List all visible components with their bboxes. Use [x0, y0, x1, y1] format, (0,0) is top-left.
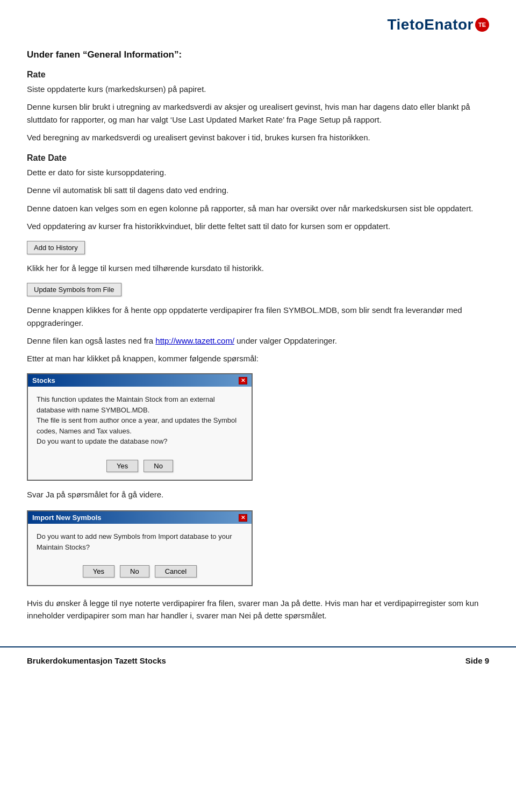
- logo-box: TietoEnatorTE: [387, 16, 489, 33]
- stocks-dialog: Stocks ✕ This function updates the Maint…: [27, 373, 253, 481]
- rate-date-line2: Denne vil automatisk bli satt til dagens…: [27, 184, 489, 196]
- update-symbols-line1: Denne knappen klikkes for å hente opp op…: [27, 304, 489, 329]
- page-heading: Under fanen “General Information”:: [27, 49, 489, 60]
- update-symbols-button[interactable]: Update Symbols from File: [27, 283, 121, 296]
- import-dialog-body-text: Do you want to add new Symbols from Impo…: [37, 532, 232, 551]
- logo-text: TietoEnator: [387, 16, 474, 33]
- update-symbols-line2: Denne filen kan også lastes ned fra http…: [27, 334, 489, 347]
- stocks-dialog-body: This function updates the Maintain Stock…: [28, 387, 252, 454]
- import-dialog-yes[interactable]: Yes: [83, 565, 114, 578]
- update-symbols-section: Update Symbols from File Denne knappen k…: [27, 283, 489, 365]
- import-dialog-buttons: Yes No Cancel: [28, 560, 252, 585]
- rate-title: Rate: [27, 70, 489, 80]
- import-dialog-body: Do you want to add new Symbols from Impo…: [28, 524, 252, 560]
- rate-date-section: Rate Date Dette er dato for siste kursop…: [27, 153, 489, 232]
- import-dialog-title: Import New Symbols: [32, 514, 102, 522]
- rate-date-line3: Denne datoen kan velges som en egen kolo…: [27, 202, 489, 215]
- rate-date-title: Rate Date: [27, 153, 489, 163]
- add-to-history-section: Add to History Klikk her for å legge til…: [27, 241, 489, 274]
- import-dialog-close[interactable]: ✕: [239, 514, 247, 522]
- stocks-dialog-title: Stocks: [32, 376, 55, 384]
- rate-detail2: Ved beregning av markedsverdi og urealis…: [27, 131, 489, 144]
- page-wrapper: TietoEnatorTE Under fanen “General Infor…: [0, 0, 516, 674]
- final-text-section: Hvis du ønsker å legge til nye noterte v…: [27, 597, 489, 622]
- rate-description: Siste oppdaterte kurs (markedskursen) på…: [27, 83, 489, 95]
- stocks-dialog-body-text: This function updates the Maintain Stock…: [37, 395, 236, 445]
- update-symbols-link[interactable]: http://www.tazett.com/: [155, 336, 234, 345]
- import-dialog-cancel[interactable]: Cancel: [155, 565, 197, 578]
- stocks-dialog-titlebar: Stocks ✕: [28, 374, 252, 387]
- update-symbols-line2-text: Denne filen kan også lastes ned fra: [27, 336, 155, 345]
- rate-detail: Denne kursen blir brukt i utregning av m…: [27, 101, 489, 126]
- add-to-history-button[interactable]: Add to History: [27, 241, 85, 254]
- stocks-dialog-buttons: Yes No: [28, 454, 252, 480]
- add-to-history-description: Klikk her for å legge til kursen med til…: [27, 262, 489, 274]
- import-dialog: Import New Symbols ✕ Do you want to add …: [27, 510, 253, 586]
- stocks-dialog-yes[interactable]: Yes: [106, 460, 138, 472]
- svar-text: Svar Ja på spørsmålet for å gå videre.: [27, 488, 489, 501]
- stocks-dialog-no[interactable]: No: [144, 460, 173, 472]
- import-dialog-titlebar: Import New Symbols ✕: [28, 511, 252, 524]
- stocks-dialog-close[interactable]: ✕: [239, 377, 247, 384]
- rate-date-line4: Ved oppdatering av kurser fra historikkv…: [27, 220, 489, 232]
- import-dialog-no[interactable]: No: [120, 565, 149, 578]
- footer-right: Side 9: [465, 656, 489, 665]
- logo-area: TietoEnatorTE: [27, 16, 489, 33]
- footer-left: Brukerdokumentasjon Tazett Stocks: [27, 656, 166, 665]
- logo-badge: TE: [475, 18, 489, 32]
- final-text-line1: Hvis du ønsker å legge til nye noterte v…: [27, 597, 489, 622]
- rate-date-line1: Dette er dato for siste kursoppdatering.: [27, 166, 489, 179]
- page-footer: Brukerdokumentasjon Tazett Stocks Side 9: [0, 646, 516, 674]
- update-symbols-line3: Etter at man har klikket på knappen, kom…: [27, 352, 489, 365]
- update-symbols-line2-suffix: under valger Oppdateringer.: [234, 336, 337, 345]
- rate-section: Rate Siste oppdaterte kurs (markedskurse…: [27, 70, 489, 144]
